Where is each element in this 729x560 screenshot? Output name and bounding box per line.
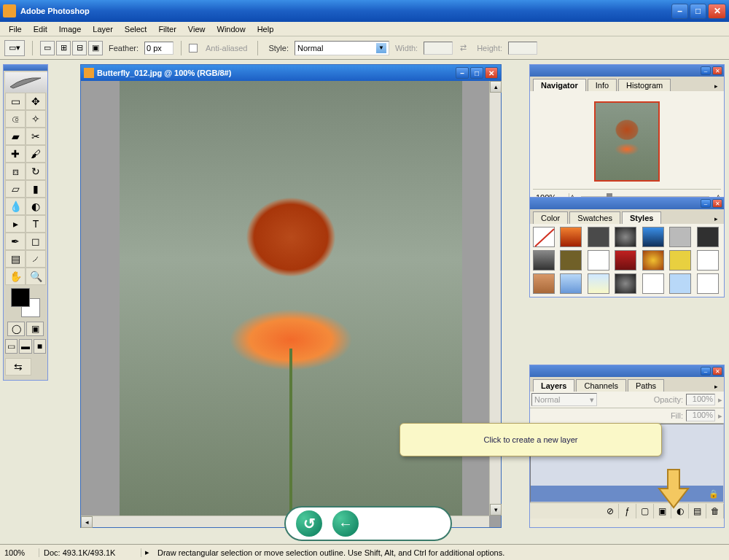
style-swatch[interactable]	[669, 227, 691, 247]
menu-filter[interactable]: Filter	[152, 23, 182, 35]
dodge-tool[interactable]: ◐	[26, 198, 46, 215]
tab-histogram[interactable]: Histogram	[618, 79, 671, 91]
palette-close-button[interactable]: ✕	[712, 66, 722, 75]
window-maximize-button[interactable]: □	[690, 4, 706, 19]
navigator-thumbnail[interactable]	[594, 101, 660, 182]
tab-channels[interactable]: Channels	[576, 379, 625, 392]
shape-tool[interactable]: ◻	[26, 233, 46, 250]
menu-file[interactable]: File	[3, 23, 28, 35]
style-swatch[interactable]	[615, 227, 636, 247]
lasso-tool[interactable]: ⟃	[5, 110, 26, 128]
layer-style-button[interactable]: ƒ	[619, 504, 636, 518]
delete-layer-button[interactable]: 🗑	[706, 504, 724, 518]
style-swatch[interactable]	[697, 227, 719, 247]
screen-fullmenu-button[interactable]: ▬	[19, 339, 31, 354]
eraser-tool[interactable]: ▱	[5, 180, 26, 198]
style-swatch[interactable]	[588, 227, 609, 247]
style-swatch[interactable]	[697, 273, 719, 294]
style-swatch[interactable]	[615, 273, 636, 294]
selection-subtract-icon[interactable]: ⊟	[72, 41, 87, 55]
tab-color[interactable]: Color	[533, 211, 568, 224]
style-swatch[interactable]	[560, 273, 582, 294]
style-swatch[interactable]	[560, 250, 582, 271]
palette-menu-icon[interactable]: ▸	[711, 214, 721, 224]
style-swatch[interactable]	[588, 273, 609, 294]
menu-image[interactable]: Image	[53, 23, 87, 35]
gradient-tool[interactable]: ▮	[26, 180, 46, 198]
eyedropper-tool[interactable]: ⟋	[26, 250, 46, 268]
hand-tool[interactable]: ✋	[5, 268, 26, 285]
menu-edit[interactable]: Edit	[28, 23, 53, 35]
selection-add-icon[interactable]: ⊞	[56, 41, 71, 55]
color-swatches[interactable]	[11, 288, 40, 317]
doc-minimize-button[interactable]: –	[456, 67, 469, 79]
screen-full-button[interactable]: ■	[34, 339, 46, 354]
canvas-area[interactable]	[81, 81, 501, 527]
window-minimize-button[interactable]: –	[671, 4, 688, 19]
path-select-tool[interactable]: ▸	[5, 215, 26, 233]
style-swatch[interactable]	[533, 273, 555, 294]
style-swatch[interactable]	[533, 227, 555, 247]
notes-tool[interactable]: ▤	[5, 250, 26, 268]
healing-tool[interactable]: ✚	[5, 145, 26, 163]
crop-tool[interactable]: ▰	[5, 128, 26, 145]
history-brush-tool[interactable]: ↻	[26, 163, 46, 180]
palette-close-button[interactable]: ✕	[712, 367, 722, 376]
document-titlebar[interactable]: Butterfly_012.jpg @ 100% (RGB/8#) – □ ✕	[81, 65, 501, 81]
undo-button[interactable]: ↺	[296, 510, 322, 537]
pen-tool[interactable]: ✒	[5, 233, 26, 250]
blur-tool[interactable]: 💧	[5, 198, 26, 215]
scroll-up-icon[interactable]: ▴	[490, 81, 502, 93]
screen-standard-button[interactable]: ▭	[5, 339, 17, 354]
style-swatch[interactable]	[533, 250, 555, 271]
quickmask-mode-button[interactable]: ▣	[26, 322, 44, 336]
palette-minimize-button[interactable]: –	[701, 367, 711, 376]
marquee-tool[interactable]: ▭	[5, 93, 26, 110]
window-close-button[interactable]: ✕	[708, 4, 726, 19]
tool-preset-picker[interactable]: ▭▾	[4, 40, 25, 56]
scroll-left-icon[interactable]: ◂	[81, 516, 93, 528]
tab-styles[interactable]: Styles	[622, 211, 661, 224]
doc-close-button[interactable]: ✕	[485, 67, 498, 79]
palette-menu-icon[interactable]: ▸	[711, 81, 721, 91]
scroll-down-icon[interactable]: ▾	[490, 504, 502, 516]
tab-swatches[interactable]: Swatches	[569, 211, 620, 224]
style-swatch[interactable]	[615, 250, 636, 271]
style-swatch[interactable]	[642, 227, 664, 247]
slice-tool[interactable]: ✂	[26, 128, 46, 145]
tab-layers[interactable]: Layers	[533, 379, 574, 392]
style-swatch[interactable]	[669, 250, 691, 271]
palette-minimize-button[interactable]: –	[701, 66, 711, 75]
tab-paths[interactable]: Paths	[628, 379, 664, 392]
zoom-tool[interactable]: 🔍	[26, 268, 46, 285]
menu-view[interactable]: View	[182, 23, 211, 35]
palette-menu-icon[interactable]: ▸	[711, 381, 721, 392]
jump-to-imageready-button[interactable]: ⇆	[5, 358, 31, 376]
toolbox-handle[interactable]	[4, 65, 47, 71]
tab-navigator[interactable]: Navigator	[533, 79, 586, 91]
status-arrow-icon[interactable]: ▸	[141, 548, 153, 557]
style-swatch[interactable]	[560, 227, 582, 247]
menu-select[interactable]: Select	[119, 23, 153, 35]
wand-tool[interactable]: ✧	[26, 110, 46, 128]
palette-minimize-button[interactable]: –	[701, 199, 711, 208]
layer-link-button[interactable]: ⊘	[601, 504, 619, 518]
selection-new-icon[interactable]: ▭	[40, 41, 55, 55]
foreground-color[interactable]	[11, 288, 30, 307]
move-tool[interactable]: ✥	[26, 93, 46, 110]
stamp-tool[interactable]: ⧈	[5, 163, 26, 180]
style-swatch[interactable]	[642, 250, 664, 271]
style-swatch[interactable]	[697, 250, 719, 271]
type-tool[interactable]: T	[26, 215, 46, 233]
menu-help[interactable]: Help	[252, 23, 280, 35]
canvas-image[interactable]	[120, 81, 462, 527]
back-button[interactable]: ←	[332, 510, 359, 537]
standard-mode-button[interactable]: ◯	[7, 322, 25, 336]
palette-close-button[interactable]: ✕	[712, 199, 722, 208]
style-swatch[interactable]	[642, 273, 664, 294]
doc-maximize-button[interactable]: □	[470, 67, 483, 79]
status-zoom[interactable]: 100%	[4, 548, 39, 557]
menu-window[interactable]: Window	[211, 23, 252, 35]
brush-tool[interactable]: 🖌	[26, 145, 46, 163]
navigator-thumbnail-area[interactable]	[533, 94, 721, 189]
